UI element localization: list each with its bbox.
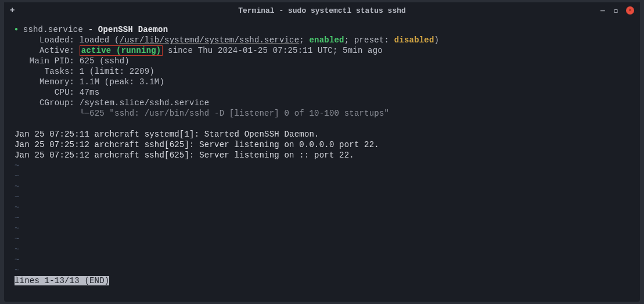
service-desc: OpenSSH Daemon: [98, 25, 168, 34]
highlight-box: active (running): [80, 45, 163, 56]
tilde-line: ~: [15, 192, 20, 202]
service-sep: -: [83, 25, 98, 34]
log-line-3: Jan 25 07:25:12 archcraft sshd[625]: Ser…: [15, 151, 354, 160]
tilde-line: ~: [15, 203, 20, 212]
tilde-line: ~: [15, 171, 20, 181]
loaded-sep1: ;: [299, 35, 309, 45]
cgroup-proc: 625 "sshd: /usr/bin/sshd -D [listener] 0…: [89, 109, 389, 118]
active-since: since Thu 2024-01-25 07:25:11 UTC; 5min …: [163, 46, 382, 55]
titlebar: + Terminal - sudo systemctl status sshd …: [4, 2, 640, 19]
tasks-value: 1 (limit: 2209): [80, 67, 154, 76]
memory-value: 1.1M (peak: 3.1M): [80, 77, 164, 87]
tilde-line: ~: [15, 213, 20, 223]
loaded-prefix: loaded (: [80, 35, 120, 45]
cgroup-value: /system.slice/sshd.service: [80, 98, 210, 108]
close-icon[interactable]: ✕: [626, 6, 634, 15]
tasks-label: Tasks:: [15, 67, 80, 76]
tilde-line: ~: [15, 255, 20, 264]
window-controls: – ◻ ✕: [600, 5, 634, 16]
maximize-icon[interactable]: ◻: [614, 7, 618, 15]
disabled-text: disabled: [394, 35, 434, 45]
tilde-line: ~: [15, 224, 20, 233]
active-label: Active:: [15, 46, 80, 55]
loaded-label: Loaded:: [15, 35, 80, 45]
terminal-content[interactable]: ● sshd.service - OpenSSH Daemon Loaded: …: [4, 19, 640, 302]
cgroup-tree: └─: [15, 109, 89, 118]
service-name-text: sshd.service: [23, 25, 83, 34]
enabled-text: enabled: [310, 35, 344, 45]
window-title: Terminal - sudo systemctl status sshd: [238, 6, 406, 15]
service-name: [18, 25, 23, 34]
pager-status: lines 1-13/13 (END): [15, 276, 109, 285]
terminal-window: + Terminal - sudo systemctl status sshd …: [4, 2, 640, 302]
tilde-line: ~: [15, 234, 20, 244]
loaded-close: ): [434, 35, 440, 45]
memory-label: Memory:: [15, 77, 80, 87]
active-state: active (running): [81, 46, 161, 55]
pid-label: Main PID:: [15, 56, 80, 66]
cgroup-label: CGroup:: [15, 98, 80, 108]
loaded-path: /usr/lib/systemd/system/sshd.service: [120, 35, 300, 45]
loaded-sep2: ; preset:: [344, 35, 394, 45]
cpu-label: CPU:: [15, 88, 80, 97]
tilde-line: ~: [15, 161, 20, 170]
pid-value: 625 (sshd): [80, 56, 129, 66]
log-line-1: Jan 25 07:25:11 archcraft systemd[1]: St…: [15, 130, 319, 139]
tilde-line: ~: [15, 182, 20, 191]
close-x: ✕: [628, 8, 632, 13]
tilde-line: ~: [15, 266, 20, 275]
cpu-value: 47ms: [80, 88, 99, 97]
log-line-2: Jan 25 07:25:12 archcraft sshd[625]: Ser…: [15, 140, 379, 149]
minimize-icon[interactable]: –: [600, 5, 606, 16]
titlebar-left: +: [10, 6, 15, 15]
new-tab-icon[interactable]: +: [10, 6, 15, 15]
tilde-line: ~: [15, 245, 20, 254]
